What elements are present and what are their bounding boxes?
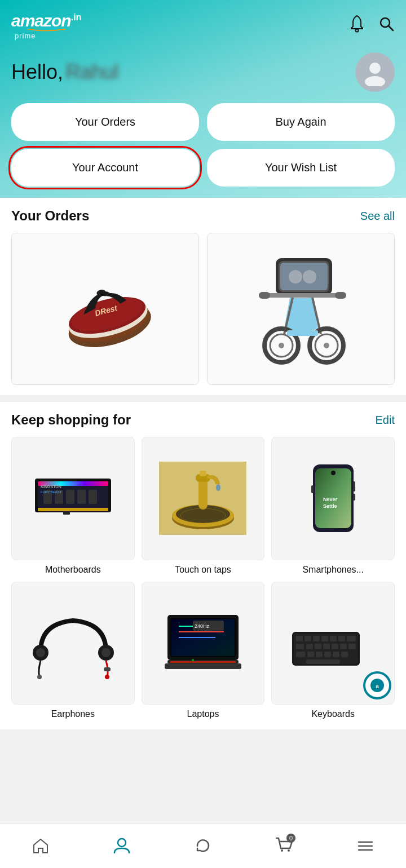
svg-text:KINGSTON: KINGSTON — [41, 485, 61, 489]
svg-rect-86 — [347, 636, 356, 641]
keep-shopping-edit-link[interactable]: Edit — [376, 414, 395, 427]
smartphone-image: Never Settle — [271, 437, 395, 560]
order-card-scooter[interactable] — [207, 233, 395, 385]
alexa-badge: a — [363, 671, 391, 699]
cart-badge: 0 — [286, 834, 295, 843]
svg-rect-76 — [170, 661, 236, 663]
flipflop-image: DRest — [12, 233, 198, 384]
svg-rect-98 — [333, 652, 339, 657]
keep-shopping-header: Keep shopping for Edit — [11, 412, 395, 428]
svg-rect-82 — [313, 636, 320, 641]
svg-rect-97 — [324, 652, 331, 657]
motherboards-label: Motherboards — [45, 565, 101, 575]
svg-point-5 — [365, 76, 385, 86]
buy-again-button[interactable]: Buy Again — [207, 103, 395, 141]
nav-cart[interactable]: 0 — [266, 831, 302, 861]
svg-rect-95 — [307, 652, 314, 657]
svg-rect-65 — [104, 667, 111, 671]
faucet-image — [142, 437, 265, 560]
refresh-icon — [194, 837, 212, 855]
svg-rect-85 — [338, 636, 345, 641]
svg-line-3 — [389, 26, 393, 30]
svg-rect-19 — [259, 292, 270, 299]
orders-row: DRest — [11, 233, 395, 385]
svg-rect-36 — [77, 490, 86, 504]
shopping-item-earphones[interactable]: Earphones — [11, 582, 135, 720]
your-account-button[interactable]: Your Account — [11, 149, 199, 187]
svg-marker-0 — [63, 29, 66, 30]
svg-text:Never: Never — [323, 497, 338, 502]
phone-svg: Never Settle — [289, 462, 377, 535]
shopping-item-faucet[interactable]: Touch on taps — [142, 437, 265, 575]
header-icons — [348, 15, 395, 37]
svg-point-105 — [288, 849, 290, 852]
svg-text:FURY BEAST: FURY BEAST — [41, 490, 62, 494]
svg-rect-37 — [89, 490, 97, 504]
search-icon[interactable] — [378, 15, 395, 36]
shopping-item-laptop[interactable]: 240Hz Laptops — [142, 582, 265, 720]
header-top: amazon .in prime — [11, 6, 395, 45]
shopping-item-smartphones[interactable]: Never Settle Smartphones... — [271, 437, 395, 575]
svg-rect-80 — [296, 636, 303, 641]
svg-rect-100 — [306, 659, 340, 664]
greeting-name: Rahul — [66, 60, 119, 84]
svg-point-63 — [37, 675, 42, 679]
keep-shopping-grid: KINGSTON FURY BEAST Motherboards — [11, 437, 395, 719]
svg-rect-20 — [335, 292, 346, 299]
svg-point-62 — [102, 648, 111, 657]
svg-rect-89 — [315, 644, 321, 649]
svg-text:240Hz: 240Hz — [195, 623, 210, 629]
earphones-image — [11, 582, 135, 705]
shopping-item-keyboard[interactable]: a Keyboards — [271, 582, 395, 720]
logo-text: amazon — [11, 11, 71, 30]
svg-rect-92 — [340, 644, 347, 649]
svg-text:Settle: Settle — [323, 503, 337, 509]
keyboard-svg — [289, 606, 377, 680]
greeting-row: Hello, Rahul — [11, 45, 395, 103]
keep-shopping-section: Keep shopping for Edit — [0, 402, 406, 729]
svg-rect-96 — [316, 652, 323, 657]
earphones-label: Earphones — [51, 709, 95, 719]
svg-rect-75 — [165, 663, 241, 669]
svg-point-53 — [331, 471, 336, 475]
svg-rect-46 — [198, 479, 208, 510]
your-orders-section: Your Orders See all — [0, 198, 406, 395]
menu-icon — [356, 837, 374, 855]
smartphones-label: Smartphones... — [302, 565, 364, 575]
your-wish-list-button[interactable]: Your Wish List — [207, 149, 395, 187]
main-content: Your Orders See all — [0, 198, 406, 729]
svg-rect-35 — [66, 490, 74, 504]
ram-svg: KINGSTON FURY BEAST — [29, 462, 117, 535]
order-card-flipflop[interactable]: DRest — [11, 233, 199, 385]
svg-rect-29 — [287, 330, 318, 336]
svg-point-4 — [369, 63, 381, 74]
laptop-svg: 240Hz — [159, 606, 246, 680]
svg-text:a: a — [376, 683, 379, 689]
notification-icon[interactable] — [348, 15, 365, 37]
amazon-logo: amazon .in prime — [11, 11, 81, 40]
scooter-image — [208, 233, 394, 384]
logo-in: .in — [71, 12, 82, 23]
nav-refresh[interactable] — [185, 832, 221, 860]
nav-profile[interactable] — [104, 832, 140, 860]
svg-rect-99 — [341, 652, 348, 657]
motherboards-image: KINGSTON FURY BEAST — [11, 437, 135, 560]
greeting-hello: Hello, — [11, 60, 63, 83]
avatar[interactable] — [355, 52, 395, 92]
bottom-navigation: 0 — [0, 823, 406, 868]
nav-menu[interactable] — [347, 832, 383, 860]
svg-point-25 — [279, 343, 284, 348]
nav-home[interactable] — [23, 832, 59, 860]
laptop-image: 240Hz — [142, 582, 265, 705]
svg-rect-58 — [311, 485, 314, 493]
your-orders-button[interactable]: Your Orders — [11, 103, 199, 141]
faucet-svg — [159, 462, 246, 535]
svg-rect-91 — [332, 644, 338, 649]
svg-point-103 — [118, 839, 126, 847]
shopping-item-motherboards[interactable]: KINGSTON FURY BEAST Motherboards — [11, 437, 135, 575]
person-icon — [113, 837, 131, 855]
orders-see-all-link[interactable]: See all — [360, 210, 395, 223]
earphones-svg — [29, 606, 117, 680]
svg-point-16 — [289, 270, 302, 284]
svg-rect-94 — [296, 652, 305, 657]
